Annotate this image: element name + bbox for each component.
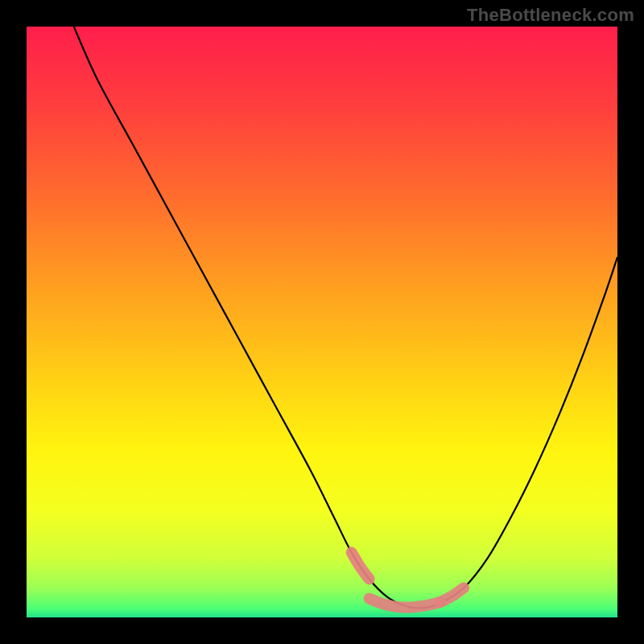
watermark-text: TheBottleneck.com (467, 5, 634, 26)
gradient-background (27, 27, 617, 617)
chart-svg (27, 27, 617, 617)
chart-frame: TheBottleneck.com (0, 0, 644, 644)
plot-area (27, 27, 617, 617)
